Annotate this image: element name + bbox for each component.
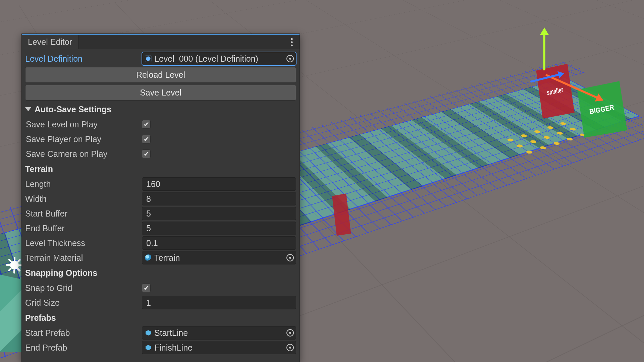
end-buffer-input[interactable] (142, 222, 296, 235)
row-save-player-on-play: Save Player on Play (25, 132, 296, 146)
terrain-material-label: Terrain Material (25, 253, 139, 263)
row-save-camera-on-play: Save Camera on Play (25, 146, 296, 161)
row-reload-level: Reload Level (25, 66, 296, 84)
scriptable-object-icon (145, 55, 152, 62)
panel-header: Level Editor (22, 34, 300, 49)
row-snap-to-grid: Snap to Grid (25, 281, 296, 295)
terrain-length-label: Length (25, 179, 139, 189)
gizmo-y-axis[interactable] (543, 34, 545, 70)
row-save-level-on-play: Save Level on Play (25, 117, 296, 132)
start-prefab-label: Start Prefab (25, 328, 139, 338)
level-thickness-input[interactable] (142, 236, 296, 250)
row-end-buffer: End Buffer (25, 221, 296, 236)
gate-bigger: BIGGER (577, 81, 627, 138)
end-prefab-field[interactable]: FinishLine (142, 341, 296, 354)
section-autosave-label: Auto-Save Settings (35, 105, 111, 114)
grid-size-input[interactable] (142, 296, 296, 309)
start-buffer-label: Start Buffer (25, 209, 139, 219)
row-terrain-material: Terrain Material Terrain (25, 250, 296, 265)
end-buffer-label: End Buffer (25, 224, 139, 233)
section-prefabs-label: Prefabs (25, 313, 56, 323)
prefab-icon (145, 344, 152, 351)
level-editor-panel: Level Editor Level Definition Level_000 … (21, 34, 300, 362)
prefab-icon (145, 329, 152, 336)
row-save-level: Save Level (25, 84, 296, 102)
row-level-thickness: Level Thickness (25, 236, 296, 250)
terrain-material-field[interactable]: Terrain (142, 251, 296, 264)
terrain-width-label: Width (25, 194, 139, 204)
section-terrain: Terrain (25, 161, 296, 177)
object-picker-icon[interactable] (286, 55, 294, 62)
svg-point-1 (291, 41, 292, 43)
row-level-definition: Level Definition Level_000 (Level Defini… (25, 51, 296, 66)
end-prefab-value: FinishLine (154, 343, 193, 353)
row-terrain-length: Length (25, 177, 296, 191)
start-prefab-value: StartLine (154, 328, 188, 338)
snap-to-grid-checkbox[interactable] (142, 284, 151, 292)
panel-context-menu-button[interactable] (284, 35, 300, 49)
section-terrain-label: Terrain (25, 164, 53, 174)
svg-point-2 (291, 44, 292, 46)
save-camera-on-play-checkbox[interactable] (142, 149, 151, 158)
row-start-prefab: Start Prefab StartLine (25, 325, 296, 340)
panel-body: Level Definition Level_000 (Level Defini… (22, 49, 300, 358)
svg-point-0 (291, 38, 292, 40)
directional-light-icon[interactable] (4, 255, 24, 275)
foldout-arrow-icon (25, 107, 31, 111)
row-grid-size: Grid Size (25, 295, 296, 310)
level-definition-value: Level_000 (Level Definition) (154, 54, 258, 64)
section-autosave[interactable]: Auto-Save Settings (25, 102, 296, 117)
object-picker-icon[interactable] (286, 254, 294, 261)
save-player-on-play-label: Save Player on Play (25, 134, 139, 144)
terrain-width-input[interactable] (142, 192, 296, 205)
section-snapping-label: Snapping Options (25, 268, 97, 278)
snap-to-grid-label: Snap to Grid (25, 283, 139, 293)
save-camera-on-play-label: Save Camera on Play (25, 149, 139, 159)
section-snapping: Snapping Options (25, 265, 296, 281)
material-icon (145, 254, 152, 261)
save-level-button[interactable]: Save Level (25, 85, 296, 101)
grid-size-label: Grid Size (25, 298, 139, 308)
reload-level-button[interactable]: Reload Level (25, 67, 296, 83)
end-prefab-label: End Prefab (25, 343, 139, 353)
row-start-buffer: Start Buffer (25, 206, 296, 221)
level-definition-field[interactable]: Level_000 (Level Definition) (142, 52, 296, 65)
start-prefab-field[interactable]: StartLine (142, 326, 296, 340)
level-thickness-label: Level Thickness (25, 238, 139, 248)
terrain-length-input[interactable] (142, 177, 296, 191)
terrain-material-value: Terrain (154, 253, 180, 263)
start-buffer-input[interactable] (142, 207, 296, 220)
save-level-on-play-label: Save Level on Play (25, 120, 139, 129)
panel-tab-level-editor[interactable]: Level Editor (22, 35, 78, 49)
save-player-on-play-checkbox[interactable] (142, 135, 151, 143)
section-prefabs: Prefabs (25, 310, 296, 325)
object-picker-icon[interactable] (286, 344, 294, 351)
level-definition-label: Level Definition (25, 54, 139, 64)
row-end-prefab: End Prefab FinishLine (25, 340, 296, 355)
object-picker-icon[interactable] (286, 329, 294, 337)
row-terrain-width: Width (25, 191, 296, 206)
save-level-on-play-checkbox[interactable] (142, 120, 151, 129)
